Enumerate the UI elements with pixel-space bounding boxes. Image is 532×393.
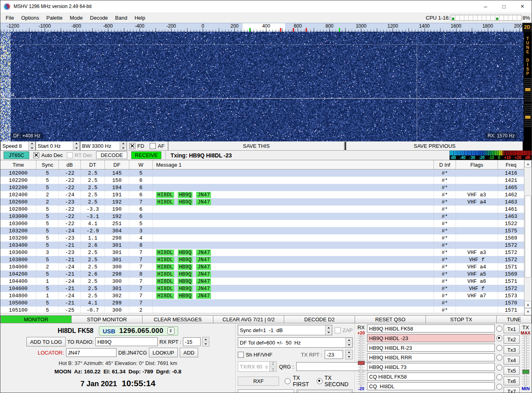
menu-item-band[interactable]: Band (112, 13, 131, 22)
scrollbar-track[interactable] (524, 167, 532, 301)
2d-display-button[interactable]: 2D (522, 23, 532, 32)
add-button[interactable]: ADD (180, 348, 198, 357)
tx-message-7[interactable] (367, 382, 495, 390)
table-row[interactable]: 1032005-24-2.93043#*1575 (0, 227, 524, 234)
bw-spinner[interactable] (120, 141, 126, 150)
tx-radio-7[interactable] (496, 384, 502, 390)
tx-radio-4[interactable] (496, 355, 502, 361)
add-to-log-button[interactable]: ADD TO LOG (26, 337, 66, 347)
tx-first-radio[interactable]: TX FIRST (285, 375, 314, 387)
maximize-button[interactable] (495, 0, 513, 12)
af-checkbox-box[interactable] (150, 143, 156, 149)
tx-radio-6[interactable] (496, 374, 502, 380)
rt-dec-checkbox[interactable]: RT Dec (67, 152, 92, 158)
table-row[interactable]: 1032005-231.12984#*1569 (0, 234, 524, 242)
table-row[interactable]: 1044001-242.53007HI8DLHB9QJN47#*VHF a615… (0, 278, 524, 285)
speed-spinbox[interactable]: Speed 8 (0, 141, 36, 151)
save-splitter[interactable] (345, 142, 346, 150)
table-row[interactable]: 1026002-232.51927HI8DLHB9QJN47#*VHF a414… (0, 198, 524, 206)
column-header-db[interactable]: dB (59, 160, 81, 169)
f-button[interactable]: F (167, 327, 175, 335)
action-decode-d2[interactable]: DECODE D2 (284, 315, 355, 323)
tx-first-radio-circle[interactable] (285, 378, 291, 384)
table-row[interactable]: 1028005-22-3.31906#*1461 (0, 206, 524, 213)
receive-indicator[interactable]: RECEIVE (131, 151, 161, 159)
menu-item-palette[interactable]: Palette (43, 13, 66, 22)
tx-second-radio-circle[interactable] (317, 378, 323, 384)
auto-dec-checkbox[interactable]: Auto Dec (33, 152, 62, 158)
tx-power-slider[interactable] (522, 336, 529, 386)
table-row[interactable]: 1020005-222.51455#*1416 (0, 169, 524, 177)
tx-message-4[interactable] (367, 353, 495, 361)
table-row[interactable]: 1030005-224.12515#*1522 (0, 220, 524, 227)
table-row[interactable]: 1048001-242.53027HI8DLHB9QJN47#*VHF a715… (0, 292, 524, 299)
sh-hfvhf-checkbox[interactable]: Sh HF/VHF (238, 352, 272, 358)
menu-item-decode[interactable]: Decode (86, 13, 112, 22)
menu-item-options[interactable]: Options (18, 13, 43, 22)
tx-button-7[interactable]: Tx7 (504, 387, 520, 393)
scroll-up2-icon[interactable]: ▲ (524, 301, 532, 308)
fd-checkbox-box[interactable] (129, 143, 135, 149)
df-tol-spinbox[interactable]: DF Tol def=600 +/- 50 Hz (238, 337, 353, 348)
rx-rpt-input[interactable] (183, 337, 201, 346)
table-row[interactable]: 1034005-212.63018#*1572 (0, 242, 524, 249)
column-header-msg[interactable]: Message 1 (153, 160, 434, 169)
lookup-button[interactable]: LOOKUP (149, 348, 178, 357)
tx-rpt-spinner[interactable] (345, 350, 353, 359)
tx-radio-1[interactable] (496, 326, 502, 332)
start-spinner[interactable] (73, 141, 80, 150)
action-tune[interactable]: TUNE (497, 315, 532, 323)
action-stop-monitor[interactable]: STOP MONITOR (72, 315, 143, 323)
zap-checkbox[interactable]: ZAP (335, 327, 353, 333)
txrx-period-spinbox[interactable]: TX/RX 60 s (238, 361, 277, 372)
tx-button-3[interactable]: Tx3 (504, 345, 520, 354)
mode-button[interactable]: JT65C (4, 151, 29, 159)
minimize-button[interactable] (476, 0, 495, 12)
rxf-button[interactable]: RXF (238, 377, 279, 386)
sh-hfvhf-box[interactable] (238, 352, 244, 358)
bw-spinbox[interactable]: BW 3300 Hz (80, 141, 127, 151)
tx-button-2[interactable]: Tx2 (504, 335, 520, 344)
save-previous-button[interactable]: SAVE PREVIOUS (346, 141, 523, 151)
tune-slider[interactable] (524, 78, 531, 101)
column-header-dt[interactable]: DT (81, 160, 105, 169)
tx-button-4[interactable]: Tx4 (504, 356, 520, 365)
tx-button-5[interactable]: Tx5 (504, 366, 520, 375)
table-row[interactable]: 1051005-25-0.73002#*1571 (0, 306, 524, 313)
tx-message-5[interactable] (367, 363, 495, 371)
sync-spinner[interactable] (325, 325, 332, 335)
tx-message-6[interactable] (367, 373, 495, 381)
close-button[interactable] (513, 0, 532, 12)
rx-rpt-spinner[interactable] (202, 337, 209, 347)
tx-radio-5[interactable] (496, 365, 502, 371)
table-row[interactable]: 1024002-242.51916HI8DLHB9QJN47#*VHF a314… (0, 191, 524, 198)
table-row[interactable]: 1036003-232.53017HI8DLHB9QJN47#*VHF a315… (0, 249, 524, 256)
table-row[interactable]: 1050005-214.12997#*1570 (0, 299, 524, 306)
waterfall-canvas[interactable] (0, 32, 524, 141)
tx-message-3[interactable] (367, 344, 495, 352)
rt-dec-box[interactable] (67, 152, 73, 158)
gen-msg-button[interactable]: GEN MSG (238, 389, 294, 393)
tx-rpt-input[interactable] (325, 350, 343, 359)
af-checkbox[interactable]: AF (147, 141, 168, 151)
scrollbar-thumb[interactable] (525, 195, 531, 278)
save-this-button[interactable]: SAVE THIS (168, 141, 345, 151)
table-row[interactable]: 1038005-212.53017HI8DLHB9QJN47#*VHF f157… (0, 256, 524, 263)
column-header-df[interactable]: DF (105, 160, 129, 169)
scroll-down-icon[interactable]: ▼ (524, 308, 532, 315)
sync-spinbox[interactable]: Sync def=1 -1 dB (238, 325, 332, 335)
start-spinbox[interactable]: Start 0 Hz (36, 141, 80, 151)
txrx-spinner[interactable] (269, 362, 276, 371)
column-header-dinf[interactable]: D Inf (434, 160, 456, 169)
table-row[interactable]: 1030005-22-3.11926#*1463 (0, 213, 524, 220)
table-row[interactable]: 1040002-242.53007HI8DLHB9QJN47#*VHF a415… (0, 263, 524, 270)
tx-message-2[interactable] (367, 334, 495, 342)
auto-dec-box[interactable] (33, 152, 39, 158)
locator-input[interactable] (66, 348, 116, 357)
menu-item-mode[interactable]: Mode (66, 13, 86, 22)
df-tol-spinner[interactable] (345, 338, 352, 347)
tx-button-6[interactable]: Tx6 (504, 377, 520, 385)
tx-radio-2[interactable] (496, 335, 502, 341)
action-clear-messages[interactable]: CLEAR MESSAGES (143, 315, 213, 323)
column-header-w[interactable]: W (129, 160, 153, 169)
